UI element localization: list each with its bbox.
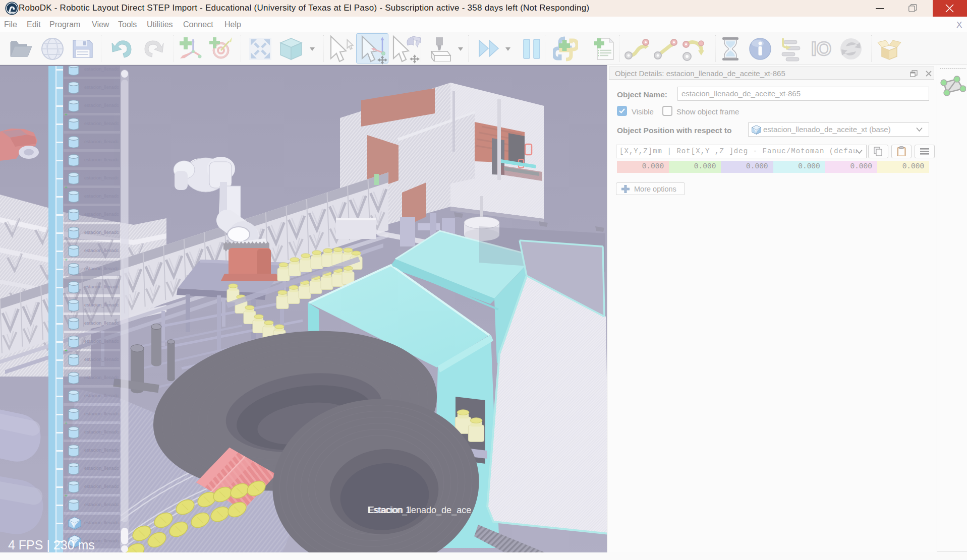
svg-text:IO: IO <box>811 38 831 59</box>
